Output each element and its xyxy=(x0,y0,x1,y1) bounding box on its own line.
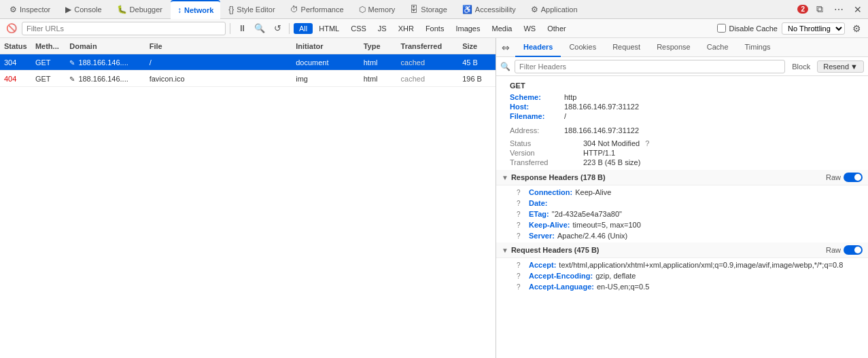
help-icon-accept[interactable]: ? xyxy=(517,262,526,269)
get-title: GET xyxy=(510,82,863,90)
headers-tab-cookies[interactable]: Cookies xyxy=(561,38,604,57)
request-raw-switch[interactable] xyxy=(844,245,863,255)
disable-cache-checkbox[interactable] xyxy=(717,24,726,33)
file-cell: favicon.ico xyxy=(145,75,292,83)
console-icon: ▶ xyxy=(65,5,71,14)
tab-storage[interactable]: 🗄 Storage xyxy=(403,0,454,19)
domain-icon: ✎ xyxy=(69,59,75,67)
filter-tab-all[interactable]: All xyxy=(294,23,313,34)
main-layout: Status Meth... Domain File Initiator Typ… xyxy=(0,38,868,358)
type-cell: html xyxy=(360,75,397,83)
toolbar-right: Disable Cache No Throttling ⚙ xyxy=(717,21,864,36)
memory-icon: ⬡ xyxy=(359,5,366,14)
throttle-select[interactable]: No Throttling xyxy=(782,22,845,35)
resend-button[interactable]: Resend ▼ xyxy=(817,60,864,73)
filter-tab-media[interactable]: Media xyxy=(486,23,517,34)
filter-tab-other[interactable]: Other xyxy=(542,23,572,34)
tab-console[interactable]: ▶ Console xyxy=(58,0,108,19)
help-icon-server[interactable]: ? xyxy=(517,232,526,240)
response-header-etag: ? ETag: "2d-432a5e4a73a80" xyxy=(496,209,868,219)
tab-actions: 2 ⧉ ⋯ ✕ xyxy=(797,2,865,17)
headers-content: GET Scheme: http Host: 188.166.146.97:31… xyxy=(496,76,868,358)
filter-headers-bar: 🔍 Block Resend ▼ xyxy=(496,57,868,76)
tab-performance[interactable]: ⏱ Performance xyxy=(283,0,351,19)
request-headers-label: Request Headers (475 B) xyxy=(511,246,823,254)
status-cell: 304 xyxy=(0,58,31,67)
tab-application[interactable]: ⚙ Application xyxy=(524,0,585,19)
search-button[interactable]: 🔍 xyxy=(252,21,267,36)
filter-tab-ws[interactable]: WS xyxy=(518,23,541,34)
headers-tab-timings[interactable]: Timings xyxy=(737,38,779,57)
toggle-panel-button[interactable]: ⇔ xyxy=(496,38,515,57)
headers-tab-request[interactable]: Request xyxy=(604,38,648,57)
size-cell: 196 B xyxy=(458,75,496,83)
top-tab-bar: ⚙ Inspector ▶ Console 🐛 Debugger ↕ Netwo… xyxy=(0,0,868,19)
response-header-server: ? Server: Apache/2.4.46 (Unix) xyxy=(496,230,868,241)
table-row[interactable]: 404 GET ✎ 188.166.146.... favicon.ico im… xyxy=(0,71,496,87)
table-body: 304 GET ✎ 188.166.146.... / document htm… xyxy=(0,54,496,358)
filter-input[interactable] xyxy=(22,22,226,35)
filter-headers-icon: 🔍 xyxy=(500,62,510,71)
transferred-cell: cached xyxy=(397,58,459,67)
error-badge: 2 xyxy=(797,5,808,14)
tab-memory[interactable]: ⬡ Memory xyxy=(352,0,402,19)
pause-button[interactable]: ⏸ xyxy=(235,21,249,36)
request-headers-section-header[interactable]: ▼ Request Headers (475 B) Raw xyxy=(496,243,868,258)
tab-network[interactable]: ↕ Network xyxy=(171,0,220,19)
more-button[interactable]: ⋯ xyxy=(831,2,846,17)
filter-tab-fonts[interactable]: Fonts xyxy=(420,23,450,34)
filter-tab-js[interactable]: JS xyxy=(372,23,392,34)
table-row[interactable]: 304 GET ✎ 188.166.146.... / document htm… xyxy=(0,54,496,71)
help-icon-date[interactable]: ? xyxy=(517,200,526,207)
filter-tab-xhr[interactable]: XHR xyxy=(393,23,419,34)
tab-accessibility[interactable]: ♿ Accessibility xyxy=(455,0,523,19)
domain-cell: ✎ 188.166.146.... xyxy=(65,58,145,67)
help-icon-accept-encoding[interactable]: ? xyxy=(517,272,526,280)
headers-panel: ⇔ Headers Cookies Request Response Cache… xyxy=(496,38,868,358)
tab-debugger[interactable]: 🐛 Debugger xyxy=(110,0,169,19)
request-raw-toggle: Raw xyxy=(826,245,863,255)
method-cell: GET xyxy=(31,58,65,67)
help-icon-etag[interactable]: ? xyxy=(517,211,526,218)
type-cell: html xyxy=(360,58,397,67)
help-icon-connection[interactable]: ? xyxy=(517,189,526,196)
network-panel: Status Meth... Domain File Initiator Typ… xyxy=(0,38,496,358)
status-cell: 404 xyxy=(0,75,31,83)
host-row: Host: 188.166.146.97:31122 xyxy=(510,102,863,111)
filter-headers-input[interactable] xyxy=(515,60,785,73)
transferred-key: Transferred xyxy=(510,158,578,166)
clear-button[interactable]: 🚫 xyxy=(4,21,19,36)
tab-style-editor[interactable]: {} Style Editor xyxy=(222,0,281,19)
close-button[interactable]: ✕ xyxy=(850,2,865,17)
response-headers-label: Response Headers (178 B) xyxy=(511,173,823,181)
response-headers-section-header[interactable]: ▼ Response Headers (178 B) Raw xyxy=(496,170,868,185)
address-val: 188.166.146.97:31122 xyxy=(564,126,639,135)
filter-tab-html[interactable]: HTML xyxy=(313,23,345,34)
status-row-version: Version HTTP/1.1 xyxy=(510,148,854,158)
reload-button[interactable]: ↺ xyxy=(270,21,285,36)
headers-tab-response[interactable]: Response xyxy=(648,38,699,57)
disable-cache-label[interactable]: Disable Cache xyxy=(717,24,778,33)
help-icon-keepalive[interactable]: ? xyxy=(517,221,526,229)
scheme-key: Scheme: xyxy=(510,93,564,101)
request-header-accept-encoding: ? Accept-Encoding: gzip, deflate xyxy=(496,270,868,281)
filename-row: Filename: / xyxy=(510,111,863,121)
dock-button[interactable]: ⧉ xyxy=(812,2,827,17)
tab-inspector[interactable]: ⚙ Inspector xyxy=(3,0,57,19)
initiator-cell: img xyxy=(292,75,360,83)
filter-tab-css[interactable]: CSS xyxy=(345,23,372,34)
help-icon-status[interactable]: ? xyxy=(645,139,649,147)
response-raw-switch[interactable] xyxy=(844,173,863,182)
help-icon-accept-language[interactable]: ? xyxy=(517,283,526,291)
separator-2 xyxy=(289,23,290,34)
request-header-accept-language: ? Accept-Language: en-US,en;q=0.5 xyxy=(496,281,868,292)
col-file: File xyxy=(145,42,292,50)
headers-tab-cache[interactable]: Cache xyxy=(699,38,737,57)
get-section: GET Scheme: http Host: 188.166.146.97:31… xyxy=(496,79,868,124)
block-button[interactable]: Block xyxy=(789,61,813,72)
filter-tab-images[interactable]: Images xyxy=(450,23,485,34)
headers-tab-headers[interactable]: Headers xyxy=(515,38,561,57)
network-settings-icon[interactable]: ⚙ xyxy=(849,21,864,36)
response-header-keepalive: ? Keep-Alive: timeout=5, max=100 xyxy=(496,219,868,230)
status-row-transferred: Transferred 223 B (45 B size) xyxy=(510,158,854,167)
